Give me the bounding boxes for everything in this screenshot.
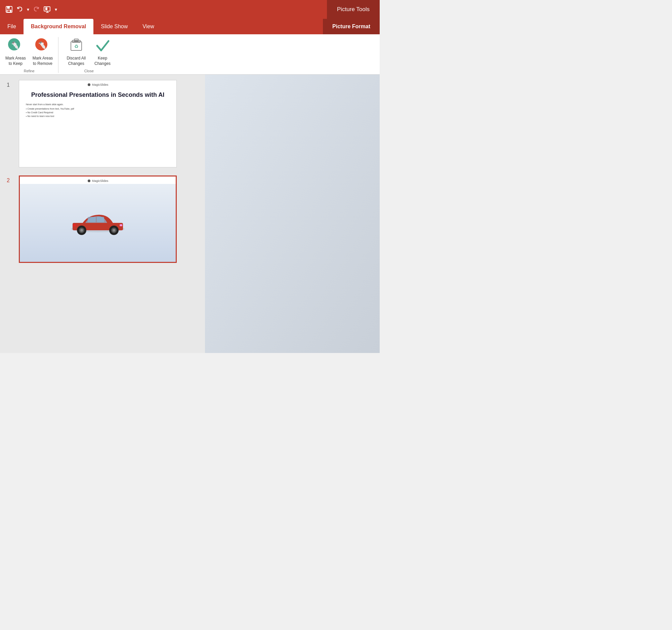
more-dropdown[interactable]: ▾ (55, 7, 57, 12)
close-group-label: Close (84, 68, 94, 73)
discard-changes-label: Discard AllChanges (67, 56, 86, 66)
svg-point-25 (88, 180, 90, 182)
slide-number-1: 1 (7, 80, 15, 88)
slide-thumb-1[interactable]: MagicSlides Professional Presentations i… (19, 80, 177, 167)
refine-group-label: Refine (24, 68, 34, 73)
svg-rect-5 (45, 7, 47, 10)
slide1-header: MagicSlides (19, 80, 176, 88)
magic-slides-logo-2: MagicSlides (87, 179, 109, 183)
redo-icon[interactable] (32, 6, 40, 13)
tab-slide-show[interactable]: Slide Show (93, 19, 135, 34)
mark-remove-label: Mark Areasto Remove (32, 56, 53, 66)
save-icon[interactable] (5, 6, 13, 13)
ribbon-group-close: ♻ Discard AllChanges KeepChanges (58, 37, 119, 73)
svg-point-32 (80, 229, 83, 232)
svg-rect-37 (73, 224, 76, 226)
svg-text:♻: ♻ (74, 44, 78, 49)
keep-changes-button[interactable]: KeepChanges (94, 37, 111, 66)
keep-changes-label: KeepChanges (94, 56, 111, 66)
slide-number-2: 2 (7, 176, 15, 184)
svg-rect-36 (120, 224, 122, 226)
svg-rect-29 (97, 217, 104, 222)
refine-buttons: + Mark Areasto Keep (5, 37, 53, 68)
slide2-content (20, 184, 176, 262)
undo-icon[interactable] (16, 6, 24, 13)
ribbon-content: + Mark Areasto Keep (0, 34, 380, 75)
undo-dropdown[interactable]: ▾ (27, 7, 29, 12)
keep-changes-icon (94, 37, 111, 54)
present-icon[interactable] (43, 6, 51, 13)
slide1-content: Professional Presentations in Seconds wi… (19, 88, 176, 167)
svg-rect-3 (7, 10, 10, 12)
slide-item-2: 2 MagicSlides (7, 176, 205, 263)
car-image (68, 209, 128, 236)
ribbon-tabs: File Background Removal Slide Show View … (0, 19, 380, 34)
main-slide-area (205, 75, 380, 353)
tab-file[interactable]: File (0, 19, 24, 34)
mark-remove-icon: − (34, 37, 51, 54)
slide1-subtitle: Never start from a blank slide again. (26, 103, 170, 106)
slide-item-1: 1 MagicSlides Professional Presentations… (7, 80, 205, 167)
svg-rect-1 (7, 6, 10, 9)
tab-background-removal[interactable]: Background Removal (24, 19, 93, 34)
discard-changes-button[interactable]: ♻ Discard AllChanges (67, 37, 86, 66)
title-bar: ▾ ▾ Picture Tools (0, 0, 380, 19)
mark-keep-icon: + (7, 37, 24, 54)
tab-view[interactable]: View (135, 19, 161, 34)
slide-panel: 1 MagicSlides Professional Presentations… (0, 75, 205, 353)
svg-point-24 (88, 84, 90, 86)
slide-thumb-2[interactable]: MagicSlides (19, 176, 177, 263)
mark-areas-keep-button[interactable]: + Mark Areasto Keep (5, 37, 26, 66)
mark-areas-remove-button[interactable]: − Mark Areasto Remove (32, 37, 53, 66)
title-bar-icons: ▾ ▾ (5, 6, 374, 13)
magic-slides-logo-1: MagicSlides (87, 83, 109, 86)
svg-rect-28 (88, 217, 96, 222)
svg-point-35 (113, 229, 115, 232)
close-buttons: ♻ Discard AllChanges KeepChanges (67, 37, 111, 68)
mark-keep-label: Mark Areasto Keep (5, 56, 26, 66)
tab-picture-format[interactable]: Picture Format (323, 19, 380, 34)
picture-tools-label: Picture Tools (327, 0, 380, 19)
discard-icon: ♻ (68, 37, 85, 54)
main-content (205, 75, 380, 353)
ribbon-group-refine: + Mark Areasto Keep (0, 37, 58, 73)
slide1-title: Professional Presentations in Seconds wi… (26, 91, 170, 99)
slide1-bullets: • Create presentations from text, YouTub… (26, 107, 170, 118)
app-body: 1 MagicSlides Professional Presentations… (0, 75, 380, 353)
slide2-header: MagicSlides (20, 177, 176, 184)
